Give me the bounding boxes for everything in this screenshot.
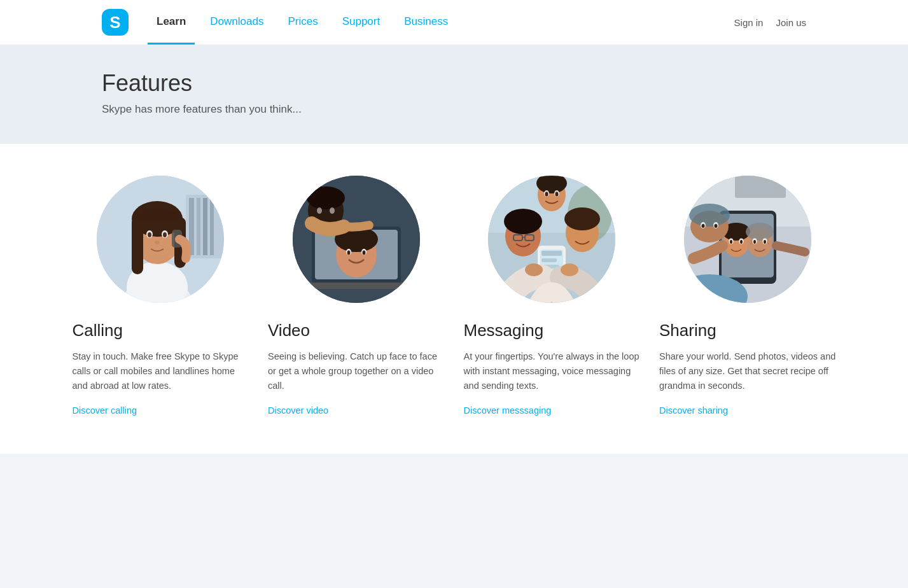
nav-item-learn[interactable]: Learn xyxy=(148,0,195,45)
messaging-title: Messaging xyxy=(464,321,544,340)
svg-point-15 xyxy=(148,232,151,237)
svg-point-31 xyxy=(307,186,345,209)
svg-point-68 xyxy=(740,240,743,244)
video-desc: Seeing is believing. Catch up face to fa… xyxy=(268,349,445,394)
feature-card-messaging: Messaging At your fingertips. You're alw… xyxy=(464,176,641,416)
features-grid: Calling Stay in touch. Make free Skype t… xyxy=(73,176,836,416)
svg-point-70 xyxy=(746,223,774,241)
messaging-desc: At your fingertips. You're always in the… xyxy=(464,349,641,394)
logo-wrap: S xyxy=(102,9,129,36)
sharing-image xyxy=(684,176,811,303)
svg-rect-3 xyxy=(197,198,200,255)
svg-point-32 xyxy=(317,207,322,214)
video-image xyxy=(293,176,420,303)
feature-card-sharing: Sharing Share your world. Send photos, v… xyxy=(659,176,836,416)
svg-point-33 xyxy=(330,207,335,214)
svg-point-77 xyxy=(689,204,730,227)
messaging-image xyxy=(488,176,615,303)
calling-image xyxy=(97,176,224,303)
svg-point-16 xyxy=(163,232,167,237)
svg-point-81 xyxy=(714,224,717,228)
join-us-link[interactable]: Join us xyxy=(776,17,806,28)
logo-letter: S xyxy=(109,13,120,32)
feature-card-video: Video Seeing is believing. Catch up face… xyxy=(268,176,445,416)
calling-title: Calling xyxy=(73,321,123,340)
page-title: Features xyxy=(102,70,806,97)
svg-point-27 xyxy=(347,251,350,255)
svg-point-40 xyxy=(504,209,542,234)
video-link[interactable]: Discover video xyxy=(268,405,328,416)
nav: Learn Downloads Prices Support Business xyxy=(148,0,734,45)
sharing-title: Sharing xyxy=(659,321,716,340)
svg-point-52 xyxy=(561,263,578,276)
sharing-desc: Share your world. Send photos, videos an… xyxy=(659,349,836,394)
hero-subtitle: Skype has more features than you think..… xyxy=(102,103,806,116)
svg-point-67 xyxy=(730,240,732,244)
calling-link[interactable]: Discover calling xyxy=(73,405,137,416)
svg-point-73 xyxy=(753,240,756,244)
feature-card-calling: Calling Stay in touch. Make free Skype t… xyxy=(73,176,249,416)
svg-rect-4 xyxy=(203,198,207,255)
svg-rect-29 xyxy=(305,283,407,289)
svg-rect-49 xyxy=(541,258,557,262)
svg-point-55 xyxy=(545,192,548,197)
sign-in-link[interactable]: Sign in xyxy=(734,17,764,28)
hero-section: Features Skype has more features than yo… xyxy=(0,45,908,144)
video-title: Video xyxy=(268,321,310,340)
nav-item-prices[interactable]: Prices xyxy=(279,0,326,45)
nav-item-support[interactable]: Support xyxy=(333,0,389,45)
svg-rect-5 xyxy=(210,198,214,255)
svg-rect-11 xyxy=(132,217,143,274)
header-actions: Sign in Join us xyxy=(734,17,806,28)
svg-rect-48 xyxy=(541,251,562,256)
svg-point-28 xyxy=(362,251,365,255)
nav-item-downloads[interactable]: Downloads xyxy=(201,0,272,45)
svg-point-74 xyxy=(764,240,766,244)
nav-item-business[interactable]: Business xyxy=(395,0,457,45)
sharing-link[interactable]: Discover sharing xyxy=(659,405,728,416)
svg-point-51 xyxy=(525,263,543,276)
skype-logo[interactable]: S xyxy=(102,9,129,36)
calling-desc: Stay in touch. Make free Skype to Skype … xyxy=(73,349,249,394)
svg-point-80 xyxy=(701,224,704,228)
svg-point-45 xyxy=(564,207,600,230)
features-section: Calling Stay in touch. Make free Skype t… xyxy=(0,144,908,454)
svg-point-56 xyxy=(555,192,559,197)
svg-point-17 xyxy=(155,241,160,244)
messaging-link[interactable]: Discover messsaging xyxy=(464,405,552,416)
svg-rect-59 xyxy=(735,176,786,198)
header: S Learn Downloads Prices Support Busines… xyxy=(0,0,908,45)
